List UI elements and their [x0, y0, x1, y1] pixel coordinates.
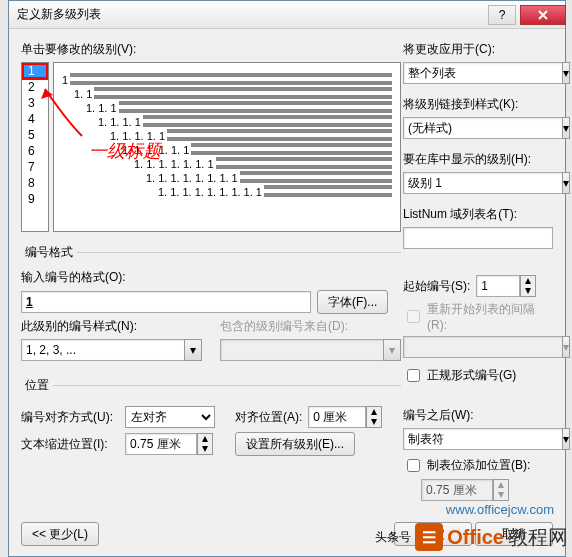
tabstop-checkbox[interactable]	[407, 459, 420, 472]
tabstop-spinner: ▴▾	[421, 479, 553, 501]
level-listbox[interactable]: 1 2 3 4 5 6 7 8 9	[21, 62, 49, 232]
start-at-spinner[interactable]: ▴▾	[476, 275, 536, 297]
listnum-input[interactable]	[403, 227, 553, 249]
legal-format-label: 正规形式编号(G)	[427, 367, 516, 384]
dialog-window: 定义新多级列表 ? 单击要修改的级别(V): 1 2 3 4 5 6 7 8	[8, 0, 566, 557]
level-item-4[interactable]: 4	[22, 111, 48, 127]
chevron-down-icon[interactable]: ▾	[562, 172, 570, 194]
indent-spinner[interactable]: ▴▾	[125, 433, 213, 455]
level-item-3[interactable]: 3	[22, 95, 48, 111]
position-legend: 位置	[21, 377, 53, 394]
align-label: 编号对齐方式(U):	[21, 409, 119, 426]
number-format-input[interactable]	[21, 291, 311, 313]
listnum-label: ListNum 域列表名(T):	[403, 206, 553, 223]
level-item-8[interactable]: 8	[22, 175, 48, 191]
align-pos-spinner[interactable]: ▴▾	[308, 406, 382, 428]
gallery-level-combo[interactable]: ▾	[403, 172, 553, 194]
link-style-combo[interactable]: ▾	[403, 117, 553, 139]
office-logo-icon: ☰	[415, 523, 443, 551]
level-item-9[interactable]: 9	[22, 191, 48, 207]
apply-to-label: 将更改应用于(C):	[403, 41, 553, 58]
legal-format-checkbox[interactable]	[407, 369, 420, 382]
font-button[interactable]: 字体(F)...	[317, 290, 388, 314]
restart-label: 重新开始列表的间隔(R):	[427, 301, 553, 332]
chevron-down-icon: ▾	[562, 336, 570, 358]
position-group: 位置 编号对齐方式(U): 左对齐 对齐位置(A): ▴▾ 文本缩进位置(I):…	[21, 377, 401, 460]
level-item-2[interactable]: 2	[22, 79, 48, 95]
branding-headline: 头条号 ☰ Office教程网	[375, 523, 568, 551]
click-level-label: 单击要修改的级别(V):	[21, 41, 401, 58]
follow-combo[interactable]: ▾	[403, 428, 553, 450]
chevron-down-icon[interactable]: ▾	[184, 339, 202, 361]
level-item-5[interactable]: 5	[22, 127, 48, 143]
indent-label: 文本缩进位置(I):	[21, 436, 119, 453]
include-from-combo: ▾	[220, 339, 401, 361]
align-pos-label: 对齐位置(A):	[235, 409, 302, 426]
chevron-down-icon: ▾	[383, 339, 401, 361]
preview-pane: 1 1. 1 1. 1. 1 1. 1. 1. 1 1. 1. 1. 1. 1 …	[53, 62, 401, 232]
gallery-level-label: 要在库中显示的级别(H):	[403, 151, 553, 168]
level-style-combo[interactable]: ▾	[21, 339, 202, 361]
level-item-1[interactable]: 1	[22, 63, 48, 79]
number-format-group: 编号格式 输入编号的格式(O): 字体(F)... 此级别的编号样式(N): ▾	[21, 244, 401, 365]
level-style-label: 此级别的编号样式(N):	[21, 318, 202, 335]
start-at-label: 起始编号(S):	[403, 278, 470, 295]
include-from-label: 包含的级别编号来自(D):	[220, 318, 401, 335]
tabstop-label: 制表位添加位置(B):	[427, 457, 530, 474]
restart-checkbox	[407, 310, 420, 323]
link-style-label: 将级别链接到样式(K):	[403, 96, 553, 113]
dialog-title: 定义新多级列表	[17, 6, 488, 23]
close-button[interactable]	[520, 5, 566, 25]
level-item-6[interactable]: 6	[22, 143, 48, 159]
close-icon	[538, 10, 548, 20]
set-all-levels-button[interactable]: 设置所有级别(E)...	[235, 432, 355, 456]
chevron-down-icon[interactable]: ▾	[562, 117, 570, 139]
number-format-legend: 编号格式	[21, 244, 77, 261]
level-item-7[interactable]: 7	[22, 159, 48, 175]
enter-format-label: 输入编号的格式(O):	[21, 269, 401, 286]
chevron-down-icon[interactable]: ▾	[562, 62, 570, 84]
align-select[interactable]: 左对齐	[125, 406, 215, 428]
restart-combo: ▾	[403, 336, 553, 358]
titlebar: 定义新多级列表 ?	[9, 1, 565, 29]
help-button[interactable]: ?	[488, 5, 516, 25]
chevron-down-icon[interactable]: ▾	[562, 428, 570, 450]
less-button[interactable]: << 更少(L)	[21, 522, 99, 546]
follow-label: 编号之后(W):	[403, 407, 553, 424]
apply-to-combo[interactable]: ▾	[403, 62, 553, 84]
